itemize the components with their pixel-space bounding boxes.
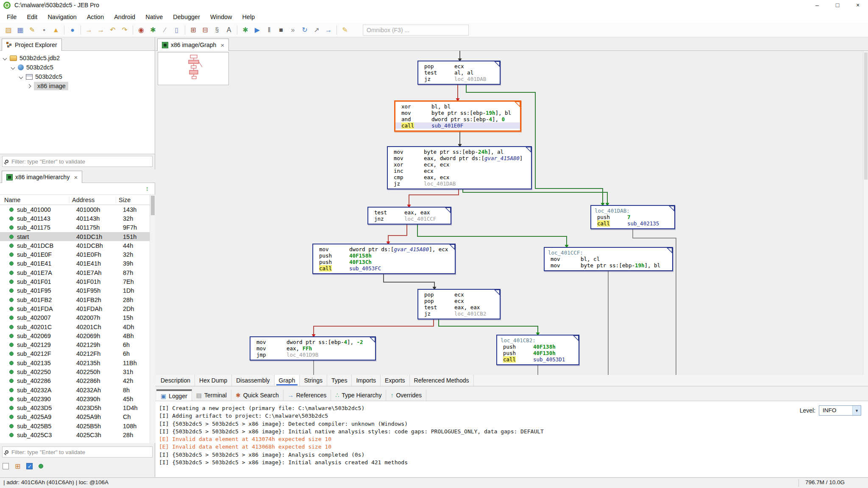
- goto-symbol-icon[interactable]: →: [95, 25, 106, 35]
- minimize-button[interactable]: –: [807, 0, 827, 11]
- chevron-down-icon[interactable]: [19, 75, 23, 79]
- native-analysis-icon[interactable]: ✱: [240, 25, 251, 35]
- table-row[interactable]: sub_401FDA401FDAh2Dh: [0, 304, 155, 313]
- tree-item-503b2dc5[interactable]: 503b2dc5: [0, 63, 155, 72]
- run-icon[interactable]: ▶: [252, 25, 263, 35]
- undo-icon[interactable]: ↶: [107, 25, 118, 35]
- table-row[interactable]: sub_401143401143h32h: [0, 214, 155, 223]
- menu-window[interactable]: Window: [205, 11, 237, 23]
- basic-block-b3[interactable]: movbyte ptr ss:[ebp-24h], almoveax, dwor…: [387, 146, 532, 189]
- table-row[interactable]: sub_402390402390h45h: [0, 394, 155, 403]
- table-row[interactable]: sub_402129402129h6h: [0, 340, 155, 349]
- basic-block-b6[interactable]: movdword ptr ds:[gvar_415A80], ecxpush40…: [312, 244, 456, 274]
- table-row[interactable]: sub_402135402135h11Bh: [0, 358, 155, 367]
- close-button[interactable]: ×: [848, 0, 868, 11]
- tab-type-hierarchy[interactable]: ∴Type Hierarchy: [331, 389, 386, 401]
- table-row[interactable]: sub_402250402250h31h: [0, 367, 155, 376]
- graph-scrollbar[interactable]: [863, 51, 868, 375]
- edit-icon[interactable]: ✎: [27, 25, 38, 35]
- column-header-address[interactable]: Address: [70, 197, 116, 203]
- warning-icon[interactable]: ▲: [50, 25, 61, 35]
- tree-item-503b2dc5-jdb2[interactable]: 503b2dc5.jdb2: [0, 53, 155, 63]
- basic-block-b1[interactable]: popecxtestal, aljzloc_401DAB: [417, 61, 501, 85]
- scrollbar-thumb[interactable]: [864, 53, 868, 180]
- tab-hex-dump[interactable]: Hex Dump: [195, 375, 232, 386]
- comment-icon[interactable]: ✱: [147, 25, 159, 35]
- table-row[interactable]: sub_402069402069h4Bh: [0, 331, 155, 340]
- table-row[interactable]: start401DC1h151h: [0, 232, 155, 241]
- tab-hierarchy[interactable]: x86 image/Hierarchy ×: [2, 171, 82, 183]
- pin-icon[interactable]: ▪: [39, 25, 50, 35]
- column-header-size[interactable]: Size: [116, 197, 155, 203]
- close-icon[interactable]: ×: [220, 42, 224, 49]
- tab-imports[interactable]: Imports: [352, 375, 381, 386]
- chevron-right-icon[interactable]: [27, 84, 31, 88]
- goto-address-icon[interactable]: →: [83, 25, 95, 35]
- detach-icon[interactable]: ↗: [311, 25, 322, 35]
- filter-checkbox-checked[interactable]: ✓: [26, 463, 33, 469]
- stop-icon[interactable]: ■: [275, 25, 287, 35]
- column-header-name[interactable]: Name: [0, 197, 70, 203]
- table-row[interactable]: sub_401175401175h9F7h: [0, 223, 155, 232]
- tab-terminal[interactable]: ▤Terminal: [192, 389, 231, 401]
- menu-help[interactable]: Help: [237, 11, 260, 23]
- tab-exports[interactable]: Exports: [381, 375, 409, 386]
- table-row[interactable]: sub_4023D54023D5h1D4h: [0, 404, 155, 413]
- restart-icon[interactable]: ↻: [299, 25, 310, 35]
- filter-checkbox-unchecked[interactable]: [3, 463, 9, 469]
- chevron-down-icon[interactable]: [3, 56, 7, 60]
- script-icon[interactable]: ✎: [339, 25, 351, 35]
- basic-block-b10[interactable]: loc_401CB2:push40F138hpush40F130hcallsub…: [496, 335, 579, 365]
- tab-types[interactable]: Types: [327, 375, 352, 386]
- tab-references[interactable]: →References: [284, 389, 331, 401]
- tab-graph-view[interactable]: x86 image/Graph ×: [157, 39, 229, 51]
- table-row[interactable]: sub_402286402286h42h: [0, 377, 155, 385]
- chevron-down-icon[interactable]: [11, 65, 15, 69]
- jump-icon[interactable]: →: [323, 25, 334, 35]
- grid-filter-icon[interactable]: ⊞: [15, 463, 20, 469]
- hierarchy-scrollbar[interactable]: [150, 195, 155, 443]
- table-row[interactable]: sub_40212F40212Fh6h: [0, 349, 155, 358]
- table-row[interactable]: sub_4025B54025B5h108h: [0, 421, 155, 430]
- menu-navigation[interactable]: Navigation: [42, 11, 82, 23]
- redo-icon[interactable]: ↷: [119, 25, 130, 35]
- step-icon[interactable]: »: [287, 25, 298, 35]
- basic-block-b9[interactable]: movdword ptr ss:[ebp-4], -2moveax, FFhjm…: [250, 336, 376, 360]
- tab-description[interactable]: Description: [156, 375, 195, 386]
- tree-item-503b2dc5[interactable]: 503b2dc5: [0, 72, 155, 81]
- table-row[interactable]: sub_40201C40201Ch4Dh: [0, 322, 155, 331]
- save-icon[interactable]: ▦: [15, 25, 26, 35]
- basic-block-b2[interactable]: xorbl, blmovbyte ptr ss:[ebp-19h], bland…: [394, 100, 521, 132]
- tab-graph[interactable]: Graph: [275, 375, 300, 386]
- project-filter-input[interactable]: [11, 158, 150, 165]
- basic-block-b8[interactable]: popecxpopecxtesteax, eaxjzloc_401CB2: [417, 289, 501, 319]
- menu-android[interactable]: Android: [109, 11, 140, 23]
- tab-quick-search[interactable]: ✱Quick Search: [231, 389, 284, 401]
- tree-mode-icon[interactable]: ↕: [146, 185, 149, 192]
- table-row[interactable]: sub_401000401000h143h: [0, 205, 155, 214]
- table-row[interactable]: sub_401E7A401E7Ah87h: [0, 268, 155, 277]
- maximize-button[interactable]: □: [827, 0, 848, 11]
- settings-icon[interactable]: ◉: [136, 25, 147, 35]
- basic-block-b7[interactable]: loc_401CCF:movbl, clmovbyte ptr ss:[ebp-…: [544, 247, 673, 271]
- tab-project-explorer[interactable]: Project Explorer: [2, 39, 62, 51]
- table-row[interactable]: sub_401E0F401E0Fh32h: [0, 250, 155, 259]
- table-row[interactable]: sub_401DCB401DCBh44h: [0, 241, 155, 250]
- pause-icon[interactable]: ‖: [264, 25, 275, 35]
- table-row[interactable]: sub_40232A40232Ah8h: [0, 385, 155, 394]
- table-row[interactable]: sub_401FB2401FB2h28h: [0, 295, 155, 304]
- omnibox-input[interactable]: [363, 25, 469, 36]
- menu-edit[interactable]: Edit: [22, 11, 42, 23]
- open-file-icon[interactable]: ▨: [3, 25, 14, 35]
- array-grid-icon[interactable]: ⊟: [200, 25, 211, 35]
- level-dropdown[interactable]: INFO ▾: [819, 405, 861, 416]
- table-row[interactable]: sub_401F95401F95h1Dh: [0, 286, 155, 295]
- table-row[interactable]: sub_4025A94025A9hCh: [0, 413, 155, 421]
- rename-icon[interactable]: A: [223, 25, 234, 35]
- basic-block-b5[interactable]: loc_401DAB:push7callsub_402135: [590, 205, 675, 229]
- table-row[interactable]: sub_4025C34025C3h28h: [0, 430, 155, 439]
- close-icon[interactable]: ×: [74, 174, 78, 181]
- document-icon[interactable]: ▯: [171, 25, 182, 35]
- menu-native[interactable]: Native: [140, 11, 168, 23]
- tree-item-x86-image[interactable]: x86 image: [0, 81, 155, 91]
